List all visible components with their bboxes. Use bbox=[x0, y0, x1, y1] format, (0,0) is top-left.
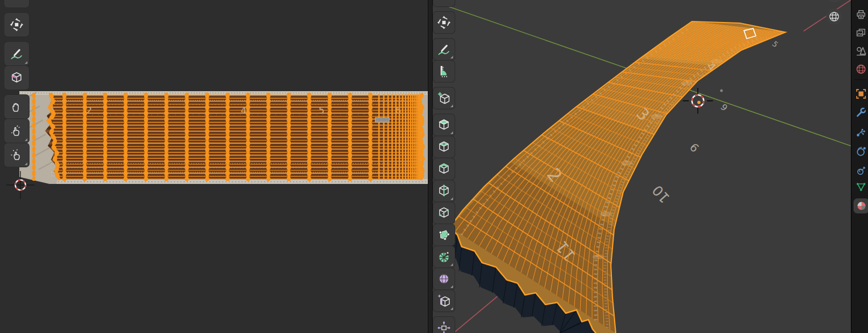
annotate-icon bbox=[10, 47, 24, 61]
tool-select-box[interactable] bbox=[433, 0, 455, 6]
tool-group-indicator bbox=[450, 285, 453, 288]
tool-measure[interactable] bbox=[433, 61, 455, 82]
tool-grab[interactable] bbox=[4, 95, 29, 119]
properties-tab-object[interactable] bbox=[854, 86, 868, 101]
properties-tab-particles[interactable] bbox=[854, 124, 868, 139]
tab-group-separator bbox=[854, 79, 867, 80]
grab-icon bbox=[10, 100, 24, 114]
properties-tab-modifiers[interactable] bbox=[854, 105, 868, 120]
blender-window: { "app": {"name": "Blender", "view": "UV… bbox=[0, 0, 868, 333]
extrude-region-icon bbox=[437, 118, 451, 132]
tool-annotate[interactable] bbox=[433, 39, 455, 60]
tool-group-indicator bbox=[25, 162, 27, 165]
properties-tab-physics[interactable] bbox=[854, 144, 868, 159]
select-box-icon bbox=[437, 0, 451, 3]
bevel-icon bbox=[437, 162, 451, 176]
annotate-icon bbox=[437, 42, 451, 56]
tool-group-indicator bbox=[25, 138, 27, 141]
tool-group-indicator bbox=[450, 197, 453, 200]
tool-knife[interactable] bbox=[433, 202, 455, 224]
properties-tab-object-data[interactable] bbox=[854, 179, 868, 194]
properties-tab-strip bbox=[851, 0, 868, 333]
viewport-3d-canvas[interactable]: 2345111096 bbox=[433, 0, 851, 333]
uv-editor-canvas[interactable]: 23456 bbox=[0, 0, 433, 333]
tool-group-indicator bbox=[450, 56, 453, 58]
tool-group-indicator bbox=[450, 263, 453, 266]
add-cube-icon bbox=[437, 91, 451, 105]
measure-icon bbox=[437, 64, 451, 78]
particles-tab-icon bbox=[855, 126, 867, 138]
edge-slide-icon bbox=[437, 294, 451, 308]
pinch-icon bbox=[10, 148, 24, 162]
tool-add-cube[interactable] bbox=[433, 87, 455, 109]
properties-tab-material[interactable] bbox=[854, 198, 868, 213]
inset-faces-icon bbox=[437, 140, 451, 154]
viewport-toolbar bbox=[433, 0, 455, 333]
object-data-tab-icon bbox=[855, 181, 867, 193]
view-layer-tab-icon bbox=[855, 27, 867, 39]
tool-group-indicator bbox=[25, 61, 27, 64]
tool-transform[interactable] bbox=[4, 13, 29, 36]
constraints-tab-icon bbox=[855, 165, 867, 176]
tool-rip-region[interactable] bbox=[4, 66, 29, 90]
knife-icon bbox=[437, 206, 451, 220]
tool-edge-slide[interactable] bbox=[433, 290, 455, 312]
properties-tab-output[interactable] bbox=[854, 7, 868, 22]
tool-group-indicator bbox=[450, 105, 453, 107]
uv-active-face bbox=[375, 117, 389, 122]
tool-group-indicator bbox=[450, 307, 453, 310]
properties-tab-constraints[interactable] bbox=[854, 163, 868, 178]
tool-spin[interactable] bbox=[433, 246, 455, 268]
shrink-fatten-icon bbox=[437, 321, 451, 333]
tool-extrude-region[interactable] bbox=[433, 114, 455, 136]
modifiers-tab-icon bbox=[855, 107, 867, 119]
tool-poly-build[interactable] bbox=[433, 224, 455, 246]
properties-tab-world[interactable] bbox=[854, 62, 868, 77]
tool-inset-faces[interactable] bbox=[433, 136, 455, 158]
properties-tab-scene[interactable] bbox=[854, 43, 868, 58]
tool-shrink-fatten[interactable] bbox=[433, 317, 455, 333]
tool-smooth[interactable] bbox=[433, 268, 455, 290]
tool-relax[interactable] bbox=[4, 119, 29, 143]
relax-icon bbox=[10, 124, 24, 138]
material-tab-icon bbox=[856, 200, 867, 212]
physics-tab-icon bbox=[855, 145, 867, 157]
object-tab-icon bbox=[855, 88, 867, 100]
tool-bevel[interactable] bbox=[433, 158, 455, 180]
loop-cut-icon bbox=[437, 184, 451, 198]
transform-icon bbox=[10, 18, 24, 32]
tool-pinch[interactable] bbox=[4, 143, 29, 167]
uv-toolbar bbox=[4, 0, 29, 167]
output-tab-icon bbox=[855, 9, 867, 20]
tool-transform[interactable] bbox=[433, 12, 455, 33]
tool-group-indicator bbox=[450, 131, 453, 134]
poly-build-icon bbox=[437, 228, 451, 242]
world-tab-icon bbox=[855, 63, 867, 75]
spin-icon bbox=[437, 250, 451, 264]
scene-tab-icon bbox=[855, 45, 867, 57]
tool-annotate[interactable] bbox=[4, 42, 29, 65]
rip-region-icon bbox=[10, 71, 24, 85]
tool-loop-cut[interactable] bbox=[433, 180, 455, 202]
tool-select-box[interactable] bbox=[4, 0, 29, 8]
transform-icon bbox=[437, 16, 451, 29]
smooth-icon bbox=[437, 272, 451, 286]
select-box-icon bbox=[10, 0, 24, 3]
properties-tab-view-layer[interactable] bbox=[854, 25, 868, 40]
